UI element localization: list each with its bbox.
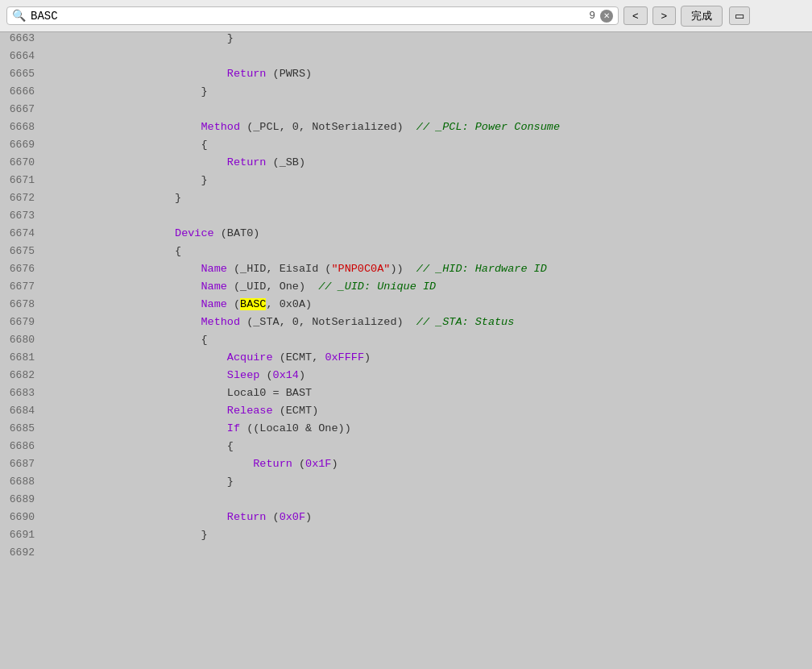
line-number: 6674	[0, 227, 44, 239]
plain-text: , 0x0A)	[266, 298, 312, 310]
table-row: 6692	[0, 546, 812, 564]
prev-match-button[interactable]: <	[624, 6, 648, 25]
line-content: Name (BASC, 0x0A)	[44, 298, 812, 310]
line-number: 6664	[0, 50, 44, 62]
plain-text	[44, 227, 175, 239]
table-row: 6667	[0, 103, 812, 121]
plain-text: {	[44, 334, 208, 346]
plain-text: (	[259, 369, 272, 381]
line-number: 6676	[0, 263, 44, 275]
line-number: 6671	[0, 174, 44, 186]
done-button[interactable]: 完成	[681, 6, 723, 27]
plain-text: Local0 = BAST	[44, 387, 312, 399]
line-number: 6668	[0, 121, 44, 133]
line-number: 6692	[0, 546, 44, 559]
next-match-button[interactable]: >	[652, 6, 677, 25]
line-content: Acquire (ECMT, 0xFFFF)	[44, 351, 812, 364]
table-row: 6683 Local0 = BAST	[0, 387, 812, 405]
line-content: }	[44, 192, 812, 204]
plain-text	[44, 422, 227, 434]
line-content: Device (BAT0)	[44, 227, 812, 239]
plain-text: (_UID, One)	[227, 280, 318, 293]
line-number: 6683	[0, 387, 44, 399]
line-number: 6681	[0, 351, 44, 364]
line-number: 6689	[0, 493, 44, 505]
table-row: 6673	[0, 210, 812, 227]
search-highlight: BASC	[240, 298, 266, 310]
line-content: Return (0x1F)	[44, 458, 812, 470]
plain-text: (	[266, 511, 279, 523]
table-row: 6678 Name (BASC, 0x0A)	[0, 298, 812, 316]
keyword: Device	[175, 227, 214, 239]
keyword: Return	[227, 68, 267, 80]
line-content: If ((Local0 & One))	[44, 422, 812, 434]
plain-text: }	[44, 529, 208, 541]
number-literal: 0xFFFF	[325, 351, 364, 364]
search-input-wrapper[interactable]: 🔍 9 ✕	[6, 6, 619, 25]
number-literal: 0x1F	[305, 458, 331, 470]
plain-text: (ECMT,	[273, 351, 325, 364]
keyword: Return	[227, 511, 267, 523]
line-content: Name (_UID, One) // _UID: Unique ID	[44, 280, 812, 293]
line-number: 6669	[0, 139, 44, 151]
sidebar-toggle-button[interactable]: ▭	[729, 6, 750, 25]
table-row: 6687 Return (0x1F)	[0, 458, 812, 476]
plain-text: ))	[390, 263, 416, 275]
line-number: 6688	[0, 476, 44, 488]
keyword: Name	[201, 298, 226, 310]
line-content: Return (0x0F)	[44, 511, 812, 523]
line-number: 6682	[0, 369, 44, 381]
plain-text: }	[44, 192, 181, 204]
table-row: 6666 }	[0, 85, 812, 103]
line-content: }	[44, 85, 812, 98]
match-count: 9	[589, 10, 595, 22]
plain-text	[44, 405, 227, 417]
table-row: 6664	[0, 50, 812, 68]
plain-text	[44, 351, 227, 364]
line-number: 6663	[0, 32, 44, 44]
number-literal: 0x0F	[280, 511, 305, 523]
keyword: Name	[201, 280, 226, 293]
keyword: Release	[227, 405, 273, 417]
line-content: Local0 = BAST	[44, 387, 812, 399]
table-row: 6689	[0, 493, 812, 511]
line-number: 6678	[0, 298, 44, 310]
table-row: 6668 Method (_PCL, 0, NotSerialized) // …	[0, 121, 812, 139]
line-number: 6679	[0, 316, 44, 328]
line-content: Method (_PCL, 0, NotSerialized) // _PCL:…	[44, 121, 812, 133]
keyword: If	[227, 422, 240, 434]
line-content: {	[44, 139, 812, 151]
plain-text	[44, 458, 253, 470]
line-number: 6667	[0, 103, 44, 115]
line-content: {	[44, 440, 812, 452]
table-row: 6681 Acquire (ECMT, 0xFFFF)	[0, 351, 812, 369]
line-content: }	[44, 32, 812, 44]
line-number: 6690	[0, 511, 44, 523]
plain-text	[44, 280, 201, 293]
table-row: 6672 }	[0, 192, 812, 210]
plain-text: )	[364, 351, 371, 364]
search-icon: 🔍	[12, 9, 26, 23]
table-row: 6685 If ((Local0 & One))	[0, 422, 812, 440]
table-row: 6676 Name (_HID, EisaId ("PNP0C0A")) // …	[0, 263, 812, 280]
plain-text: {	[44, 245, 181, 257]
plain-text	[44, 121, 201, 133]
line-number: 6686	[0, 440, 44, 452]
search-input[interactable]	[31, 10, 581, 23]
plain-text: (ECMT)	[273, 405, 319, 417]
table-row: 6663 }	[0, 32, 812, 50]
plain-text	[44, 369, 227, 381]
table-row: 6686 {	[0, 440, 812, 458]
table-row: 6684 Release (ECMT)	[0, 405, 812, 422]
keyword: Name	[201, 263, 226, 275]
table-row: 6677 Name (_UID, One) // _UID: Unique ID	[0, 280, 812, 298]
clear-search-button[interactable]: ✕	[600, 10, 613, 23]
line-content: }	[44, 529, 812, 541]
plain-text: )	[299, 369, 305, 381]
plain-text: (_HID, EisaId (	[227, 263, 332, 275]
table-row: 6690 Return (0x0F)	[0, 511, 812, 529]
table-row: 6669 {	[0, 139, 812, 156]
table-row: 6665 Return (PWRS)	[0, 68, 812, 85]
keyword: Method	[201, 316, 240, 328]
plain-text: (BAT0)	[214, 227, 260, 239]
